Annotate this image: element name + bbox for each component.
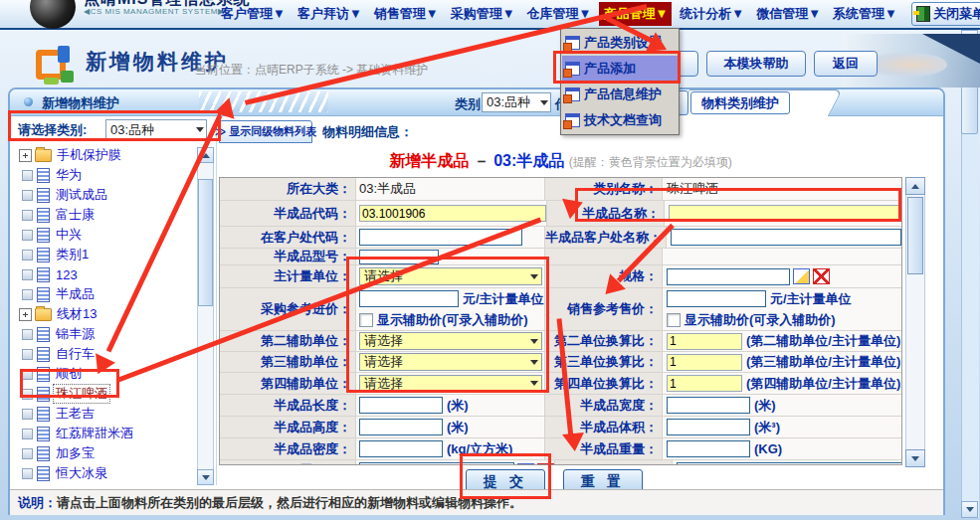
arrow-down-icon (911, 456, 919, 461)
tree-item-shunchuang[interactable]: 顺创 (14, 364, 195, 384)
menu-customer-visit[interactable]: 客户拜访▼ (294, 2, 366, 26)
customer-name-input[interactable] (671, 229, 901, 246)
tree-node-icon (22, 269, 33, 280)
height-input[interactable] (359, 419, 443, 435)
menu-warehouse-mgmt[interactable]: 仓库管理▼ (523, 2, 596, 26)
sale-price-unit: 元/主计量单位 (770, 290, 852, 308)
volume-input[interactable] (667, 419, 750, 435)
tree-scroll-down-button[interactable] (197, 469, 214, 485)
panel-header: 新增物料维护 类别 03:品种 代码 查询 物料类别维护 (10, 89, 943, 116)
purchase-price-input[interactable] (359, 290, 459, 307)
tree-item-jiaduobao[interactable]: 加多宝 (14, 443, 195, 463)
show-sibling-list-button[interactable]: ≫ 显示同级物料列表 (219, 120, 312, 143)
menu-item-product-info-maintain[interactable]: 产品信息维护 (562, 82, 678, 107)
tree-item-123[interactable]: 123 (14, 264, 195, 284)
menu-statistics[interactable]: 统计分析▼ (676, 2, 748, 26)
form-scroll-down-button[interactable] (905, 449, 925, 467)
select-value: 请选择 (364, 375, 403, 393)
tree-item-foxconn[interactable]: 富士康 (14, 205, 195, 225)
field-label: 销售参考售价： (544, 288, 662, 330)
unit2-select[interactable]: 请选择 (359, 332, 542, 350)
form-row-length-width: 半成品长度： (米) 半成品宽度： (米) (220, 395, 901, 417)
code-input[interactable] (359, 205, 546, 222)
category-select-value: 03:品种 (487, 93, 530, 111)
field-label: 第四辅助单位： (220, 373, 355, 394)
tree-item-wire13[interactable]: 线材13 (14, 304, 195, 324)
tree-scrollbar-thumb[interactable] (198, 179, 213, 306)
show-aux-price-checkbox[interactable] (359, 313, 373, 327)
tree-item-label: 加多宝 (54, 444, 97, 462)
expander-plus-icon[interactable] (19, 308, 32, 321)
tree-item-bicycle[interactable]: 自行车 (14, 344, 195, 364)
material-detail-title: 物料明细信息： (322, 123, 413, 141)
main-unit-select[interactable]: 请选择 (359, 267, 542, 285)
expander-plus-icon[interactable] (19, 149, 32, 162)
menu-sales-mgmt[interactable]: 销售管理▼ (370, 2, 443, 26)
tree-item-semi-product[interactable]: 半成品 (14, 284, 195, 304)
field-label: 半成品宽度： (544, 395, 662, 416)
product-mgmt-dropdown: 产品类别设置 产品添加 产品信息维护 技术文档查询 (560, 28, 680, 135)
document-icon (37, 208, 50, 223)
name-input[interactable] (669, 205, 899, 222)
clear-icon[interactable] (813, 268, 830, 284)
unit3-select[interactable]: 请选择 (359, 353, 542, 371)
menu-purchase-mgmt[interactable]: 采购管理▼ (447, 2, 519, 26)
note-text: 请点击上面物料所在类别的最后层级，然后进行相应的新增物料或编辑物料操作。 (57, 494, 522, 512)
ratio2-hint: (第二辅助单位/主计量单位) (746, 332, 900, 350)
show-aux-price-checkbox[interactable] (667, 313, 681, 327)
back-button[interactable]: 返回 (814, 51, 878, 77)
edit-note-icon[interactable] (793, 268, 810, 284)
module-help-button[interactable]: 本模块帮助 (706, 51, 806, 77)
sale-price-input[interactable] (667, 290, 766, 307)
length-input[interactable] (359, 397, 443, 414)
breadcrumb: 当前位置：点晴ERP子系统 -> 基础资料维护 (195, 62, 428, 79)
tree-item-zte[interactable]: 中兴 (14, 225, 195, 245)
menu-wechat-mgmt[interactable]: 微信管理▼ (752, 2, 825, 26)
menu-item-label: 产品信息维护 (584, 86, 662, 103)
category-select[interactable]: 03:品种 (482, 92, 551, 112)
chevron-down-icon (196, 127, 204, 132)
tree-item-hengda-water[interactable]: 恒大冰泉 (14, 463, 195, 483)
page-scroll-down-button[interactable] (961, 501, 978, 518)
menu-customer-mgmt[interactable]: 客户管理▼ (217, 2, 290, 26)
spec-input[interactable] (667, 268, 790, 285)
tree-scroll-up-button[interactable] (197, 147, 214, 163)
customer-code-input[interactable] (359, 229, 522, 246)
document-icon (37, 446, 50, 461)
weight-input[interactable] (667, 440, 750, 457)
tree-node-icon (22, 170, 33, 181)
unit4-select[interactable]: 请选择 (359, 375, 542, 393)
checkbox-label: 显示辅助价(可录入辅助价) (685, 311, 836, 329)
menu-system-mgmt[interactable]: 系统管理▼ (829, 2, 901, 26)
form-scroll-up-button[interactable] (905, 177, 925, 195)
folder-icon (35, 308, 52, 321)
menu-item-tech-doc-query[interactable]: 技术文档查询 (562, 107, 678, 133)
form-scrollbar-thumb[interactable] (907, 197, 923, 274)
ratio2-input[interactable] (667, 333, 742, 350)
field-label: 半成品重量： (544, 438, 662, 459)
field-label: 第四单位换算比： (544, 373, 662, 394)
density-input[interactable] (359, 440, 443, 457)
menu-product-mgmt[interactable]: 产品管理▼ (599, 2, 672, 26)
tree-item-wanglaoji[interactable]: 王老吉 (14, 404, 195, 424)
tree-item-jinfengyuan[interactable]: 锦丰源 (14, 324, 195, 344)
top-menu-bar: 点晴MIS管理信息系统 ◀CS MIS MANAGMENT SYSTEM▶ 客户… (0, 0, 980, 30)
menu-item-product-add[interactable]: 产品添加 (562, 56, 678, 82)
tree-item-category1[interactable]: 类别1 (14, 245, 195, 264)
menu-item-product-category-setup[interactable]: 产品类别设置 (562, 30, 678, 56)
close-menu-button[interactable]: 关闭菜单 (911, 2, 980, 26)
model-input[interactable] (359, 250, 439, 264)
material-category-maintain-tab[interactable]: 物料类别维护 (690, 91, 790, 114)
tree-item-hongli-wine[interactable]: 红荔牌甜米酒 (14, 424, 195, 443)
tree-item-test-product[interactable]: 测试成品 (14, 185, 195, 205)
ratio4-input[interactable] (667, 375, 742, 392)
tree-item-phone-film[interactable]: 手机保护膜 (14, 145, 195, 165)
ratio3-input[interactable] (667, 354, 742, 371)
tree-item-huawei[interactable]: 华为 (14, 165, 195, 185)
tree-item-zhujiang-beer[interactable]: 珠江啤酒 (14, 384, 195, 404)
field-label: 半成品体积： (544, 417, 662, 437)
width-input[interactable] (667, 397, 750, 414)
tree-category-select[interactable]: 03:品种 (105, 119, 207, 140)
tree-node-icon (22, 369, 33, 380)
form-row-height-volume: 半成品高度： (米) 半成品体积： (米³) (220, 417, 901, 438)
